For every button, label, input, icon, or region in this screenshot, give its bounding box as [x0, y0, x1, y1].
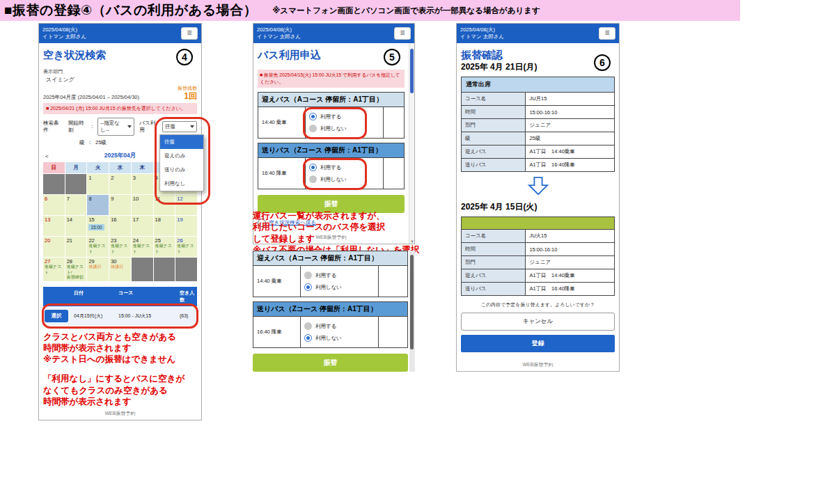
cancel-button[interactable]: キャンセル	[461, 313, 615, 331]
time-chip: 15:00	[88, 224, 104, 230]
calendar-day[interactable]: 20	[43, 237, 65, 257]
calendar-day[interactable]: 10	[132, 195, 153, 215]
result-row: 選択 04月15日(火) 15:00 - JU火15 (63)	[43, 306, 197, 326]
radio-no-use[interactable]: 利用しない	[304, 334, 375, 342]
calendar-day[interactable]: 3	[132, 174, 153, 194]
grade-value: 25級	[95, 139, 107, 146]
result-col-date: 日付	[74, 290, 118, 304]
radio-selected-icon[interactable]	[309, 164, 317, 171]
calendar-empty-cell	[154, 258, 175, 281]
bus-usage-value: 往復	[165, 123, 175, 130]
calendar-dow: 日	[43, 162, 65, 173]
calendar-day[interactable]: 6	[43, 195, 65, 215]
radio-selected-icon[interactable]	[304, 283, 312, 291]
calendar-day[interactable]: 28進級テスト/振替締切	[65, 258, 87, 281]
bus-usage-select[interactable]: 往復	[162, 121, 197, 132]
calendar-empty-cell	[175, 258, 197, 281]
radio-use[interactable]: 利用する	[309, 164, 379, 171]
dropdown-option-dropoff-only[interactable]: 送りのみ	[160, 163, 203, 177]
scrollbar-thumb[interactable]	[410, 49, 414, 93]
pickup-bus-table: 迎えバス（Aコース 停留所：A1丁目） 14:40 乗車 利用する 利用しない	[253, 251, 408, 297]
calendar-day[interactable]: 16	[109, 216, 131, 236]
calendar-dow: 火	[87, 162, 109, 173]
transfer-button[interactable]: 振替	[253, 354, 408, 372]
header-user: イトマン 太郎さん	[460, 33, 504, 40]
radio-selected-icon[interactable]	[304, 334, 312, 342]
calendar-day[interactable]: 11	[154, 195, 175, 215]
filter-label: 検索条件	[43, 120, 61, 134]
dropdown-option-no-use[interactable]: 利用なし	[160, 177, 203, 191]
radio-unselected-icon[interactable]	[309, 175, 317, 183]
step-badge: 4	[176, 49, 193, 65]
select-button[interactable]: 選択	[45, 310, 68, 322]
start-time-select[interactable]: --指定なし--	[97, 118, 134, 136]
calendar-day[interactable]: 29休講日	[87, 258, 109, 281]
dropoff-time: 16:40 降車	[253, 317, 301, 347]
radio-use[interactable]: 利用する	[304, 271, 375, 279]
chevron-down-icon	[127, 125, 132, 128]
calendar-day[interactable]: 24進級テスト	[132, 237, 153, 257]
pickup-time: 14:40 乗車	[253, 266, 301, 297]
calendar-day[interactable]: 27進級テスト	[43, 258, 65, 281]
start-time-value: --指定なし--	[100, 120, 124, 134]
result-col-course: コース	[118, 290, 180, 304]
calendar-day[interactable]: 23進級テスト	[109, 237, 131, 257]
scrollbar[interactable]	[409, 251, 415, 372]
radio-use[interactable]: 利用する	[309, 113, 379, 120]
original-attendance-table: 通常出席 コース名JU月15 時間15:00-16:10 部門ジュニア 級25級…	[461, 77, 615, 172]
calendar-day[interactable]: 30休講日	[109, 258, 131, 281]
calendar-day[interactable]: 9	[109, 195, 131, 215]
radio-no-use[interactable]: 利用しない	[309, 175, 379, 183]
calendar-day[interactable]: 17	[132, 216, 153, 236]
screen-bus-application-no-use: 迎えバス（Aコース 停留所：A1丁目） 14:40 乗車 利用する 利用しない …	[253, 251, 415, 372]
calendar-day[interactable]: 12	[175, 195, 197, 215]
radio-unselected-icon[interactable]	[304, 271, 312, 279]
pickup-time: 14:40 乗車	[258, 107, 306, 138]
dropoff-bus-header: 送りバス（Zコース 停留所：A1丁目）	[253, 302, 407, 317]
screen-title: 空き状況検索	[43, 49, 106, 62]
table-header-green	[462, 217, 615, 230]
calendar-day[interactable]: 22進級テスト	[87, 237, 109, 257]
app-header: 2025/04/08(火) イトマン 太郎さん ≡	[39, 24, 201, 43]
hamburger-menu-icon[interactable]: ≡	[394, 27, 411, 40]
colon: ：	[90, 123, 95, 130]
page-title: ■振替の登録④（バスの利用がある場合）	[4, 1, 257, 19]
calendar-day[interactable]: 13	[43, 216, 65, 236]
calendar-day[interactable]: 19	[175, 216, 197, 236]
hamburger-menu-icon[interactable]: ≡	[181, 27, 198, 40]
radio-unselected-icon[interactable]	[304, 322, 312, 330]
header-date: 2025/04/08(火)	[460, 26, 504, 33]
calendar-day[interactable]: 25進級テスト	[154, 237, 175, 257]
header-user: イトマン 太郎さん	[42, 33, 86, 40]
calendar-day[interactable]: 8	[87, 195, 109, 215]
calendar-day[interactable]: 26進級テスト	[175, 237, 197, 257]
hamburger-menu-icon[interactable]: ≡	[599, 27, 615, 40]
annotation-note-bus: 運行バス一覧が表示されますが、 利用したいコースのバス停を選択 して登録します …	[253, 210, 427, 255]
radio-use[interactable]: 利用する	[304, 322, 375, 330]
radio-no-use[interactable]: 利用しない	[309, 125, 379, 132]
dropdown-option-roundtrip[interactable]: 往復	[160, 135, 203, 149]
annotation-note-1: クラスとバス両方とも空きがある 時間帯が表示されます ※テスト日への振替はできま…	[43, 331, 197, 365]
calendar-day[interactable]: 18	[154, 216, 175, 236]
remaining-count: 1回	[178, 92, 197, 101]
calendar-day[interactable]: 2	[109, 174, 131, 194]
calendar-day[interactable]: 14	[65, 216, 87, 236]
radio-selected-icon[interactable]	[309, 113, 317, 120]
screen-title: バス利用申込	[258, 49, 321, 62]
calendar-day[interactable]: 7	[65, 195, 87, 215]
step-badge: 5	[384, 49, 400, 65]
header-date: 2025/04/08(火)	[257, 26, 301, 33]
calendar-day[interactable]: 21	[65, 237, 87, 257]
scrollbar-thumb[interactable]	[410, 255, 414, 349]
highlight-oval	[303, 158, 367, 190]
grade-label: 級	[79, 139, 85, 146]
calendar-prev-button[interactable]: <	[43, 153, 51, 159]
calendar-empty-cell	[132, 258, 153, 281]
calendar-day[interactable]: 1515:00	[87, 216, 109, 236]
dropdown-option-pickup-only[interactable]: 迎えのみ	[160, 149, 203, 163]
radio-unselected-icon[interactable]	[309, 125, 317, 132]
radio-no-use[interactable]: 利用しない	[304, 283, 375, 291]
footer-label: WEB振替予約	[461, 359, 615, 370]
register-button[interactable]: 登録	[461, 335, 615, 352]
calendar-day[interactable]: 1	[87, 174, 109, 194]
